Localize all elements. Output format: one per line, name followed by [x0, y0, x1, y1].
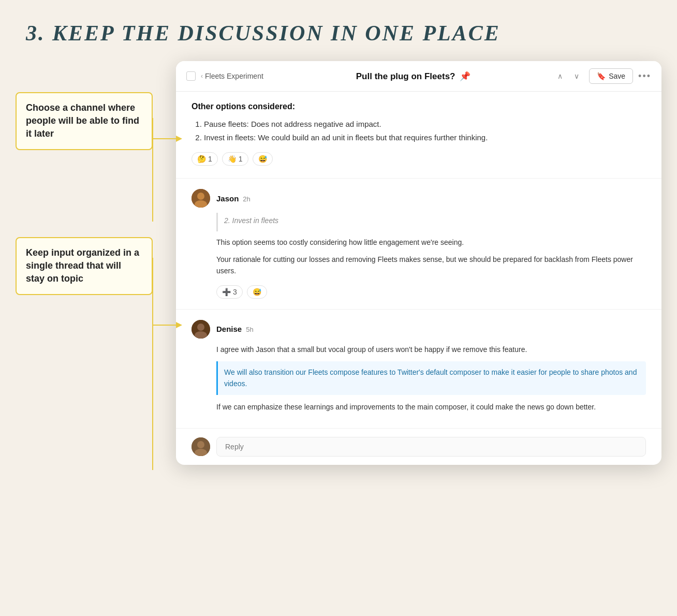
- reaction-button[interactable]: ➕ 3: [216, 285, 243, 299]
- callout-bottom-text: Keep input organized in a single thread …: [26, 247, 139, 284]
- panel-actions: ∧ ∨ 🔖 Save •••: [553, 68, 651, 84]
- comment-author: Denise: [216, 325, 242, 333]
- save-button[interactable]: 🔖 Save: [589, 68, 633, 84]
- comment-text: Your rationale for cutting our losses an…: [216, 254, 646, 277]
- comment-header: Denise 5h: [192, 320, 646, 339]
- avatar-denise: [192, 320, 210, 339]
- svg-point-1: [197, 193, 204, 200]
- avatar-jason: [192, 189, 210, 208]
- comment-body-jason: 2. Invest in fleets This option seems to…: [192, 213, 646, 299]
- nav-up-arrow[interactable]: ∧: [553, 69, 567, 83]
- svg-point-7: [197, 441, 204, 448]
- reply-input[interactable]: [216, 437, 646, 457]
- list-item: Invest in fleets: We could build an ad u…: [204, 131, 646, 144]
- nav-down-arrow[interactable]: ∨: [569, 69, 584, 83]
- callout-box-bottom: Keep input organized in a single thread …: [16, 237, 153, 295]
- reaction-emoji: 😅: [258, 155, 267, 163]
- comment-time: 5h: [246, 326, 253, 333]
- reaction-count: 1: [208, 155, 212, 163]
- page-title: 3. Keep the Discussion in One Place: [0, 0, 677, 61]
- breadcrumb-label[interactable]: Fleets Experiment: [205, 72, 263, 80]
- comment-text-after-quote: If we can emphasize these learnings and …: [216, 401, 646, 413]
- jason-reactions: ➕ 3 😅: [216, 285, 646, 299]
- svg-point-4: [197, 324, 204, 331]
- breadcrumb-back-icon[interactable]: ‹: [201, 72, 203, 80]
- main-panel-wrapper: ‹ Fleets Experiment Pull the plug on Fle…: [176, 61, 661, 465]
- panel-header: ‹ Fleets Experiment Pull the plug on Fle…: [176, 61, 661, 92]
- original-post-reactions: 🤔 1 👋 1 😅: [192, 152, 646, 166]
- reaction-count: 1: [239, 155, 243, 163]
- reaction-button[interactable]: 👋 1: [222, 152, 248, 166]
- reaction-button[interactable]: 😅: [247, 285, 267, 299]
- callouts-panel: Choose a channel where people will be ab…: [16, 61, 160, 465]
- reaction-emoji: 👋: [228, 155, 237, 163]
- options-list: Pause fleets: Does not address negative …: [192, 118, 646, 144]
- panel-title-emoji: 📌: [460, 71, 470, 81]
- nav-arrows: ∧ ∨: [553, 69, 584, 83]
- original-post-section: Other options considered: Pause fleets: …: [176, 92, 661, 179]
- more-options-button[interactable]: •••: [638, 71, 651, 82]
- blockquote: We will also transition our Fleets compo…: [216, 361, 646, 395]
- comment-body-denise: I agree with Jason that a small but voca…: [192, 344, 646, 413]
- panel-title: Pull the plug on Fleets? 📌: [274, 71, 553, 82]
- list-item: Pause fleets: Does not address negative …: [204, 118, 646, 131]
- panel-title-text: Pull the plug on Fleets?: [356, 71, 455, 81]
- quote-reference: 2. Invest in fleets: [216, 213, 646, 231]
- comment-author: Jason: [216, 194, 239, 203]
- reaction-count: 3: [233, 288, 237, 296]
- comment-time: 2h: [243, 195, 250, 203]
- comment-jason: Jason 2h 2. Invest in fleets This option…: [176, 179, 661, 310]
- comment-meta: Denise 5h: [216, 325, 254, 333]
- reaction-emoji: 🤔: [197, 155, 206, 163]
- avatar-reply-user: [192, 437, 210, 456]
- reaction-button[interactable]: 😅: [253, 152, 273, 166]
- bookmark-icon: 🔖: [597, 72, 606, 80]
- header-checkbox[interactable]: [186, 71, 196, 81]
- comment-denise: Denise 5h I agree with Jason that a smal…: [176, 310, 661, 429]
- reaction-button[interactable]: 🤔 1: [192, 152, 218, 166]
- reaction-emoji: 😅: [253, 288, 261, 296]
- panel-content: Other options considered: Pause fleets: …: [176, 92, 661, 465]
- breadcrumb: ‹ Fleets Experiment: [201, 72, 263, 80]
- reply-section: [176, 429, 661, 465]
- callout-box-top: Choose a channel where people will be ab…: [16, 92, 153, 150]
- discussion-panel: ‹ Fleets Experiment Pull the plug on Fle…: [176, 61, 661, 465]
- comment-text: This option seems too costly considering…: [216, 237, 646, 248]
- comment-meta: Jason 2h: [216, 194, 251, 203]
- reaction-emoji: ➕: [222, 288, 231, 296]
- comment-header: Jason 2h: [192, 189, 646, 208]
- callout-top-text: Choose a channel where people will be ab…: [26, 102, 139, 139]
- save-label: Save: [609, 72, 625, 80]
- comment-text-before-quote: I agree with Jason that a small but voca…: [216, 344, 646, 355]
- options-heading: Other options considered:: [192, 102, 646, 111]
